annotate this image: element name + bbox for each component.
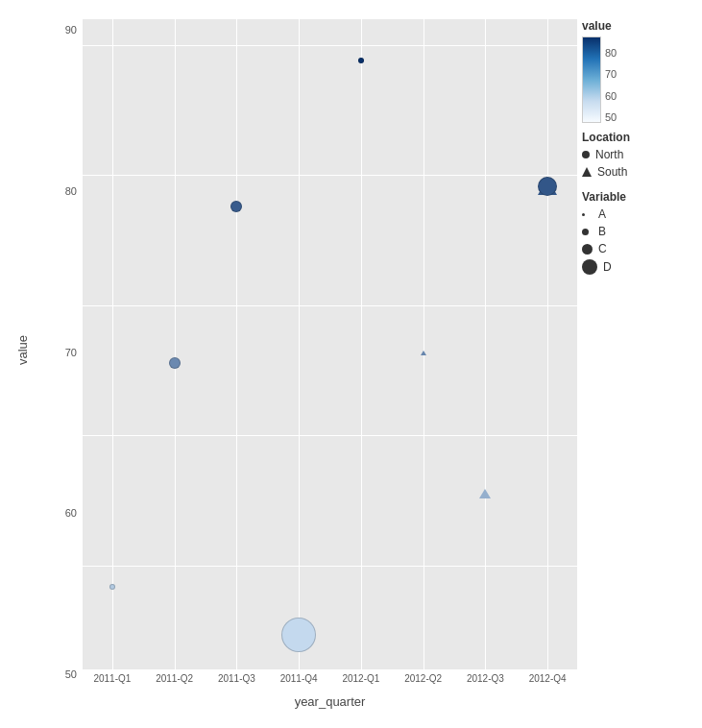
- plot-area-wrapper: value 9080706050 2011-Q12011-Q22011-Q320…: [0, 10, 577, 718]
- grid-h-line: [83, 45, 577, 46]
- legend-var-a-label: A: [598, 207, 606, 221]
- color-bar: [582, 36, 601, 123]
- legend-location-south: South: [582, 165, 692, 179]
- x-tick: 2012-Q1: [342, 673, 379, 684]
- y-axis-label: value: [15, 334, 30, 364]
- x-tick: 2012-Q3: [467, 673, 504, 684]
- y-tick: 50: [65, 668, 77, 680]
- y-tick: 70: [65, 347, 77, 358]
- plot-with-yaxis: 9080706050 2011-Q12011-Q22011-Q32011-Q42…: [48, 19, 577, 709]
- legend-var-d-label: D: [603, 260, 612, 274]
- grid-v-line: [485, 19, 486, 669]
- legend-variable-title: Variable: [582, 190, 692, 204]
- legend-location-north: North: [582, 148, 692, 161]
- x-tick: 2011-Q4: [280, 673, 318, 684]
- legend-var-c: C: [582, 242, 692, 255]
- legend-var-c-label: C: [598, 242, 607, 255]
- grid-v-line: [361, 19, 362, 669]
- grid-h-line: [83, 305, 577, 306]
- x-tick: 2011-Q1: [93, 673, 131, 684]
- color-bar-labels: 80706050: [605, 36, 617, 123]
- y-tick: 90: [65, 24, 77, 36]
- legend-south-label: South: [597, 165, 627, 179]
- y-tick: 60: [65, 507, 77, 519]
- grid-v-line: [547, 19, 548, 669]
- y-axis: 9080706050: [48, 19, 83, 709]
- legend-location-title: Location: [582, 131, 692, 144]
- x-tick: 2011-Q2: [156, 673, 193, 684]
- color-bar-row: 80706050: [582, 36, 692, 123]
- grid-h-line: [83, 175, 577, 176]
- x-tick: 2011-Q3: [218, 673, 255, 684]
- data-point: [109, 576, 115, 594]
- x-tick: 2012-Q4: [529, 673, 567, 684]
- data-point: [358, 50, 364, 67]
- legend: value 80706050 Location North South Vari…: [577, 10, 702, 718]
- var-b-icon: [582, 229, 589, 235]
- x-tick: 2012-Q2: [404, 673, 442, 684]
- grid-v-line: [175, 19, 176, 669]
- var-d-icon: [582, 259, 597, 275]
- data-point: [479, 485, 491, 502]
- legend-var-d: D: [582, 259, 692, 275]
- x-axis-ticks: 2011-Q12011-Q22011-Q32011-Q42012-Q12012-…: [83, 669, 577, 691]
- data-point: [421, 342, 426, 359]
- legend-var-a: A: [582, 207, 692, 221]
- south-icon: [582, 167, 592, 177]
- var-c-icon: [582, 244, 593, 255]
- grid-h-line: [83, 435, 577, 436]
- north-icon: [582, 151, 590, 158]
- var-a-icon: [582, 213, 585, 216]
- chart-container: value 9080706050 2011-Q12011-Q22011-Q320…: [0, 0, 702, 728]
- data-point: [169, 355, 181, 373]
- data-point: [281, 618, 316, 656]
- legend-north-label: North: [595, 148, 623, 161]
- x-axis-label: year_quarter: [83, 691, 577, 709]
- data-point: [230, 199, 242, 216]
- legend-var-b-label: B: [598, 225, 606, 238]
- grid-v-line: [236, 19, 237, 669]
- grid-v-line: [112, 19, 113, 669]
- grid-v-line: [299, 19, 300, 669]
- plot-inner: 2011-Q12011-Q22011-Q32011-Q42012-Q12012-…: [83, 19, 577, 709]
- legend-var-b: B: [582, 225, 692, 238]
- legend-value-title: value: [582, 19, 692, 33]
- plot-canvas: [83, 19, 577, 669]
- grid-h-line: [83, 566, 577, 567]
- y-tick: 80: [65, 185, 77, 197]
- data-point: [538, 177, 557, 200]
